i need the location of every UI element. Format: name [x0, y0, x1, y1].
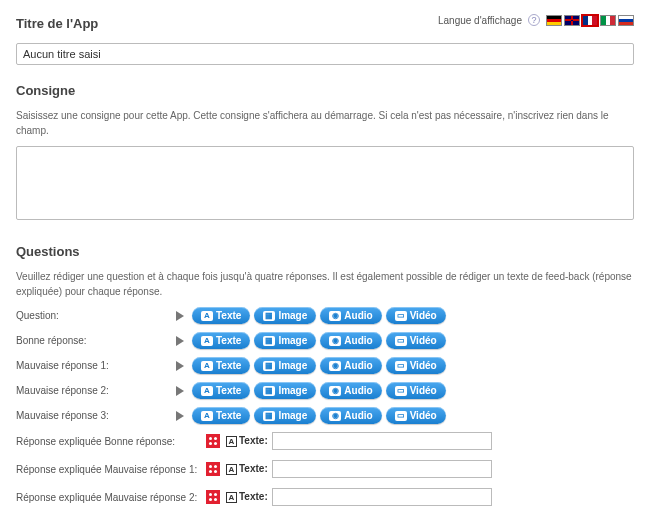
media-button-label: Image — [278, 410, 307, 421]
audio-icon: ◉ — [329, 311, 341, 321]
explained-row: Réponse expliquée Mauvaise réponse 2:ATe… — [16, 488, 634, 506]
media-button-label: Vidéo — [410, 335, 437, 346]
explained-input[interactable] — [272, 488, 492, 506]
media-vidéo-button[interactable]: ▭Vidéo — [386, 357, 446, 374]
audio-icon: ◉ — [329, 386, 341, 396]
help-icon[interactable]: ? — [528, 14, 540, 26]
media-audio-button[interactable]: ◉Audio — [320, 407, 381, 424]
consigne-desc: Saisissez une consigne pour cette App. C… — [16, 108, 634, 138]
media-vidéo-button[interactable]: ▭Vidéo — [386, 307, 446, 324]
text-prefix-label: Texte: — [239, 435, 268, 446]
question-row: Question:ATexte▦Image◉Audio▭Vidéo — [16, 307, 634, 324]
image-icon: ▦ — [263, 336, 275, 346]
media-button-label: Image — [278, 335, 307, 346]
vidéo-icon: ▭ — [395, 361, 407, 371]
question-label: Bonne réponse: — [16, 335, 176, 346]
explained-row: Réponse expliquée Mauvaise réponse 1:ATe… — [16, 460, 634, 478]
text-type-label: ATexte: — [226, 435, 268, 447]
questions-desc: Veuillez rédiger une question et à chaqu… — [16, 269, 634, 299]
media-texte-button[interactable]: ATexte — [192, 382, 250, 399]
media-image-button[interactable]: ▦Image — [254, 332, 316, 349]
media-button-label: Audio — [344, 410, 372, 421]
explained-label: Réponse expliquée Mauvaise réponse 2: — [16, 492, 206, 503]
image-icon: ▦ — [263, 361, 275, 371]
media-image-button[interactable]: ▦Image — [254, 307, 316, 324]
texte-icon: A — [201, 411, 213, 421]
consigne-textarea[interactable] — [16, 146, 634, 220]
media-audio-button[interactable]: ◉Audio — [320, 382, 381, 399]
vidéo-icon: ▭ — [395, 311, 407, 321]
language-label: Langue d'affichage — [438, 15, 522, 26]
text-prefix-label: Texte: — [239, 463, 268, 474]
question-row: Mauvaise réponse 2:ATexte▦Image◉Audio▭Vi… — [16, 382, 634, 399]
question-label: Mauvaise réponse 3: — [16, 410, 176, 421]
media-button-label: Texte — [216, 385, 241, 396]
audio-icon: ◉ — [329, 361, 341, 371]
media-audio-button[interactable]: ◉Audio — [320, 307, 381, 324]
vidéo-icon: ▭ — [395, 386, 407, 396]
media-toggle-icon[interactable] — [206, 462, 220, 476]
media-button-label: Vidéo — [410, 310, 437, 321]
media-button-label: Texte — [216, 310, 241, 321]
questions-heading: Questions — [16, 244, 634, 259]
media-image-button[interactable]: ▦Image — [254, 357, 316, 374]
title-heading: Titre de l'App — [16, 16, 98, 31]
media-texte-button[interactable]: ATexte — [192, 332, 250, 349]
media-button-label: Vidéo — [410, 410, 437, 421]
media-button-label: Audio — [344, 385, 372, 396]
text-type-label: ATexte: — [226, 463, 268, 475]
flag-fr[interactable] — [582, 15, 598, 26]
explained-input[interactable] — [272, 432, 492, 450]
question-row: Mauvaise réponse 1:ATexte▦Image◉Audio▭Vi… — [16, 357, 634, 374]
app-title-input[interactable] — [16, 43, 634, 65]
question-label: Mauvaise réponse 2: — [16, 385, 176, 396]
flag-en[interactable] — [564, 15, 580, 26]
media-image-button[interactable]: ▦Image — [254, 382, 316, 399]
question-label: Mauvaise réponse 1: — [16, 360, 176, 371]
media-button-label: Image — [278, 360, 307, 371]
media-audio-button[interactable]: ◉Audio — [320, 332, 381, 349]
audio-icon: ◉ — [329, 336, 341, 346]
text-type-label: ATexte: — [226, 491, 268, 503]
audio-icon: ◉ — [329, 411, 341, 421]
media-vidéo-button[interactable]: ▭Vidéo — [386, 382, 446, 399]
consigne-heading: Consigne — [16, 83, 634, 98]
explained-label: Réponse expliquée Mauvaise réponse 1: — [16, 464, 206, 475]
arrow-icon — [176, 386, 184, 396]
media-button-label: Image — [278, 385, 307, 396]
media-texte-button[interactable]: ATexte — [192, 357, 250, 374]
texte-icon: A — [201, 336, 213, 346]
flag-it[interactable] — [600, 15, 616, 26]
media-button-label: Image — [278, 310, 307, 321]
media-audio-button[interactable]: ◉Audio — [320, 357, 381, 374]
explained-row: Réponse expliquée Bonne réponse:ATexte: — [16, 432, 634, 450]
arrow-icon — [176, 336, 184, 346]
image-icon: ▦ — [263, 311, 275, 321]
explained-label: Réponse expliquée Bonne réponse: — [16, 436, 206, 447]
media-button-label: Texte — [216, 360, 241, 371]
media-button-label: Audio — [344, 310, 372, 321]
media-texte-button[interactable]: ATexte — [192, 407, 250, 424]
media-button-label: Audio — [344, 360, 372, 371]
media-vidéo-button[interactable]: ▭Vidéo — [386, 407, 446, 424]
question-row: Bonne réponse:ATexte▦Image◉Audio▭Vidéo — [16, 332, 634, 349]
explained-input[interactable] — [272, 460, 492, 478]
arrow-icon — [176, 411, 184, 421]
media-button-label: Vidéo — [410, 385, 437, 396]
image-icon: ▦ — [263, 386, 275, 396]
media-toggle-icon[interactable] — [206, 434, 220, 448]
media-texte-button[interactable]: ATexte — [192, 307, 250, 324]
flag-ru[interactable] — [618, 15, 634, 26]
media-image-button[interactable]: ▦Image — [254, 407, 316, 424]
flag-de[interactable] — [546, 15, 562, 26]
texte-icon: A — [201, 361, 213, 371]
text-prefix-label: Texte: — [239, 491, 268, 502]
media-button-label: Texte — [216, 410, 241, 421]
media-vidéo-button[interactable]: ▭Vidéo — [386, 332, 446, 349]
media-toggle-icon[interactable] — [206, 490, 220, 504]
arrow-icon — [176, 361, 184, 371]
media-button-label: Texte — [216, 335, 241, 346]
texte-icon: A — [201, 386, 213, 396]
language-selector: Langue d'affichage ? — [438, 14, 634, 26]
image-icon: ▦ — [263, 411, 275, 421]
